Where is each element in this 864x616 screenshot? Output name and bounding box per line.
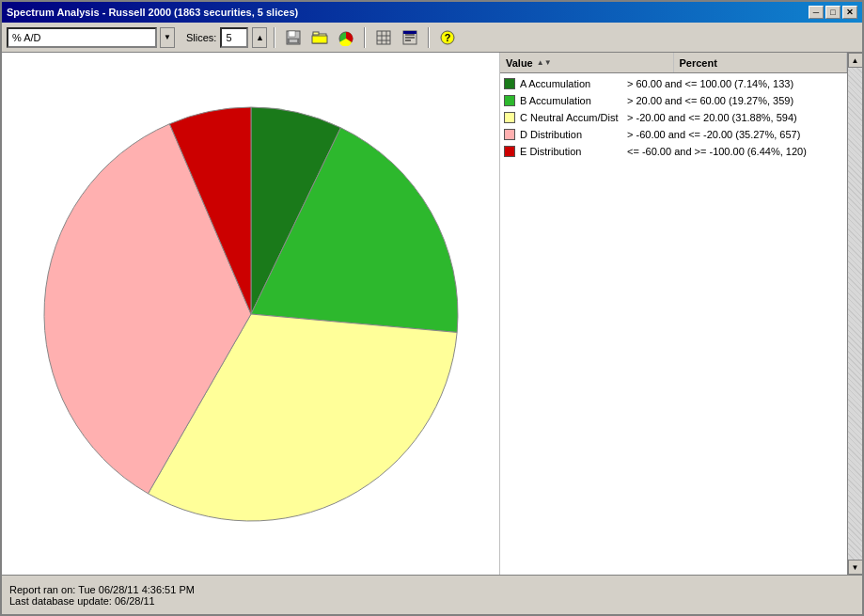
legend-row-c: C Neutral Accum/Dist> -20.00 and <= 20.0… [500, 109, 847, 126]
legend-rows: A Accumulation> 60.00 and <= 100.00 (7.1… [500, 73, 847, 162]
legend-row-b: B Accumulation> 20.00 and <= 60.00 (19.2… [500, 92, 847, 109]
slices-value: 5 [226, 32, 231, 43]
legend-percent-header[interactable]: Percent [674, 53, 848, 72]
svg-rect-1 [289, 31, 295, 37]
legend-value-b: > 20.00 and <= 60.00 (19.27%, 359) [627, 95, 793, 106]
slices-label: Slices: [186, 32, 216, 43]
report-line: Report ran on: Tue 06/28/11 4:36:51 PM [9, 584, 855, 595]
toolbar-separator-1 [274, 27, 275, 48]
dropdown-arrow[interactable]: ▼ [160, 27, 175, 48]
scroll-up-button[interactable]: ▲ [848, 53, 863, 68]
legend-label-a: A Accumulation [520, 77, 623, 90]
legend-color-a [504, 78, 515, 89]
db-line: Last database update: 06/28/11 [9, 595, 855, 607]
save-icon[interactable] [282, 26, 305, 49]
indicator-dropdown[interactable]: % A/D [7, 27, 157, 48]
chart-area [2, 53, 499, 575]
legend-row-e: E Distribution<= -60.00 and >= -100.00 (… [500, 143, 847, 160]
legend-color-b [504, 95, 515, 106]
toolbar-separator-3 [428, 27, 430, 48]
legend-text-c: C Neutral Accum/Dist> -20.00 and <= 20.0… [520, 111, 843, 124]
legend-label-c: C Neutral Accum/Dist [520, 111, 623, 124]
legend-text-e: E Distribution<= -60.00 and >= -100.00 (… [520, 145, 843, 158]
legend-label-d: D Distribution [520, 128, 623, 141]
legend-value-header[interactable]: Value ▲▼ [500, 53, 674, 72]
legend-text-d: D Distribution> -60.00 and <= -20.00 (35… [520, 128, 843, 141]
pie-chart [25, 88, 477, 540]
legend-header: Value ▲▼ Percent [500, 53, 847, 73]
window-title: Spectrum Analysis - Russell 2000 (1863 s… [7, 7, 298, 18]
legend-row-d: D Distribution> -60.00 and <= -20.00 (35… [500, 126, 847, 143]
legend-value-e: <= -60.00 and >= -100.00 (6.44%, 120) [627, 146, 807, 157]
legend-text-b: B Accumulation> 20.00 and <= 60.00 (19.2… [520, 94, 843, 107]
title-bar: Spectrum Analysis - Russell 2000 (1863 s… [2, 2, 862, 23]
main-window: Spectrum Analysis - Russell 2000 (1863 s… [0, 0, 864, 616]
legend-value-a: > 60.00 and <= 100.00 (7.14%, 133) [627, 78, 793, 89]
legend-panel: Value ▲▼ Percent A Accumulation> 60.00 a… [499, 53, 847, 575]
title-bar-controls: ─ □ ✕ [809, 6, 857, 19]
legend-value-d: > -60.00 and <= -20.00 (35.27%, 657) [627, 129, 800, 140]
svg-rect-8 [377, 31, 390, 44]
minimize-button[interactable]: ─ [809, 6, 824, 19]
pie-chart-svg [25, 88, 477, 540]
open-icon[interactable] [308, 26, 331, 49]
svg-text:?: ? [445, 32, 451, 43]
maximize-button[interactable]: □ [825, 6, 840, 19]
legend-row-a: A Accumulation> 60.00 and <= 100.00 (7.1… [500, 75, 847, 92]
scrollbar-vertical: ▲ ▼ [847, 53, 862, 575]
legend-color-c [504, 112, 515, 123]
svg-rect-6 [312, 36, 327, 43]
toolbar-separator-2 [364, 27, 366, 48]
chart-type-icon[interactable] [335, 26, 357, 49]
indicator-value: % A/D [12, 32, 41, 43]
legend-label-e: E Distribution [520, 145, 623, 158]
svg-rect-3 [290, 39, 297, 42]
help-icon[interactable]: ? [436, 26, 459, 49]
legend-label-b: B Accumulation [520, 94, 623, 107]
properties-icon[interactable] [399, 26, 421, 49]
status-bar: Report ran on: Tue 06/28/11 4:36:51 PM L… [2, 575, 862, 614]
sort-arrows-value[interactable]: ▲▼ [537, 58, 552, 67]
main-content: Value ▲▼ Percent A Accumulation> 60.00 a… [2, 53, 862, 575]
scroll-track[interactable] [848, 68, 863, 560]
svg-rect-5 [313, 32, 319, 35]
slices-input[interactable]: 5 [220, 27, 248, 48]
legend-color-d [504, 129, 515, 140]
slices-increase-btn[interactable]: ▲ [252, 27, 267, 48]
legend-color-e [504, 146, 515, 157]
svg-rect-17 [403, 31, 416, 34]
close-button[interactable]: ✕ [842, 6, 857, 19]
grid-icon[interactable] [372, 26, 395, 49]
legend-value-c: > -20.00 and <= 20.00 (31.88%, 594) [627, 112, 797, 123]
legend-text-a: A Accumulation> 60.00 and <= 100.00 (7.1… [520, 77, 843, 90]
toolbar: % A/D ▼ Slices: 5 ▲ [2, 23, 862, 53]
scroll-down-button[interactable]: ▼ [848, 560, 863, 575]
